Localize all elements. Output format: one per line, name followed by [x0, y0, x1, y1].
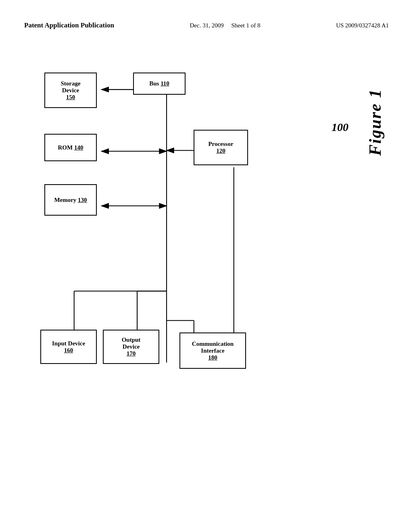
- system-number: 100: [332, 121, 348, 134]
- header-publication-label: Patent Application Publication: [24, 21, 114, 30]
- rom-box: ROM 140: [44, 134, 97, 161]
- header-date-sheet: Dec. 31, 2009 Sheet 1 of 8: [190, 21, 261, 30]
- processor-box: Processor 120: [194, 130, 248, 165]
- output-device-box: Output Device 170: [103, 330, 159, 364]
- diagram-area: Figure 1 100: [24, 69, 389, 468]
- memory-box: Memory 130: [44, 184, 97, 216]
- bus-box: Bus 110: [133, 73, 186, 95]
- page-header: Patent Application Publication Dec. 31, …: [0, 21, 413, 30]
- input-device-box: Input Device 160: [40, 330, 97, 364]
- storage-device-box: Storage Device 150: [44, 73, 97, 108]
- header-patent-number: US 2009/0327428 A1: [336, 21, 389, 30]
- comm-interface-box: Communication Interface 180: [179, 332, 246, 369]
- figure-label: Figure 1: [365, 89, 385, 156]
